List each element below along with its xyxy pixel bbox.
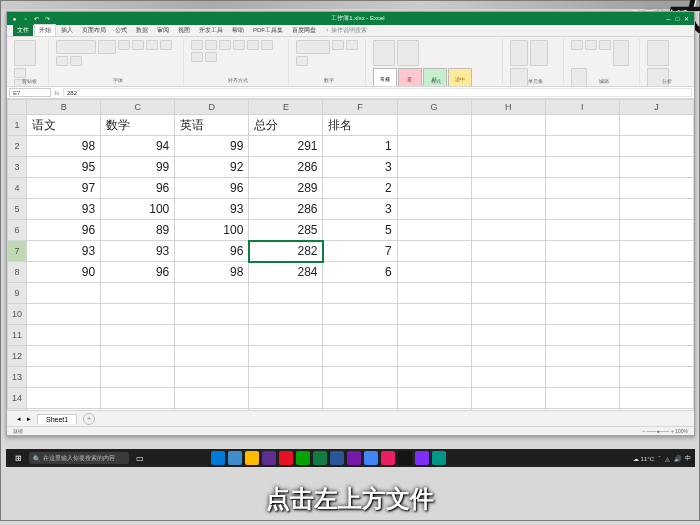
ime-icon[interactable]: 中 [685, 454, 691, 463]
cell-I7[interactable] [545, 241, 619, 262]
cell-F15[interactable] [323, 409, 397, 411]
cell-D6[interactable]: 100 [175, 220, 249, 241]
cell-J14[interactable] [619, 388, 693, 409]
cell-B3[interactable]: 95 [27, 157, 101, 178]
row-header-15[interactable]: 15 [8, 409, 27, 411]
cell-E4[interactable]: 289 [249, 178, 323, 199]
cell-I1[interactable] [545, 115, 619, 136]
cell-E7[interactable]: 282 [249, 241, 323, 262]
taskbar-app-2[interactable] [245, 451, 259, 465]
col-header-G[interactable]: G [397, 100, 471, 115]
cell-J7[interactable] [619, 241, 693, 262]
taskbar-app-6[interactable] [313, 451, 327, 465]
insert-cell-icon[interactable] [510, 40, 528, 66]
cell-F13[interactable] [323, 367, 397, 388]
row-header-14[interactable]: 14 [8, 388, 27, 409]
font-color-icon[interactable] [70, 56, 82, 66]
paste-icon[interactable] [14, 40, 36, 66]
cell-G3[interactable] [397, 157, 471, 178]
cell-I2[interactable] [545, 136, 619, 157]
cell-F8[interactable]: 6 [323, 262, 397, 283]
tab-layout[interactable]: 页面布局 [78, 25, 110, 36]
row-header-6[interactable]: 6 [8, 220, 27, 241]
taskbar-app-1[interactable] [228, 451, 242, 465]
cell-H1[interactable] [471, 115, 545, 136]
cell-J1[interactable] [619, 115, 693, 136]
cell-I11[interactable] [545, 325, 619, 346]
cell-C15[interactable] [101, 409, 175, 411]
cell-C4[interactable]: 96 [101, 178, 175, 199]
cell-I10[interactable] [545, 304, 619, 325]
cell-D14[interactable] [175, 388, 249, 409]
cell-J2[interactable] [619, 136, 693, 157]
cell-I3[interactable] [545, 157, 619, 178]
cell-G8[interactable] [397, 262, 471, 283]
font-size-picker[interactable] [98, 40, 116, 54]
cell-G7[interactable] [397, 241, 471, 262]
cell-B9[interactable] [27, 283, 101, 304]
cell-H5[interactable] [471, 199, 545, 220]
cell-J3[interactable] [619, 157, 693, 178]
cell-I13[interactable] [545, 367, 619, 388]
cell-D1[interactable]: 英语 [175, 115, 249, 136]
taskbar-app-8[interactable] [347, 451, 361, 465]
taskbar-app-3[interactable] [262, 451, 276, 465]
select-all[interactable] [8, 100, 27, 115]
cell-H8[interactable] [471, 262, 545, 283]
add-sheet-icon[interactable]: + [83, 413, 95, 425]
cell-H11[interactable] [471, 325, 545, 346]
delete-cell-icon[interactable] [530, 40, 548, 66]
cell-C12[interactable] [101, 346, 175, 367]
cell-B4[interactable]: 97 [27, 178, 101, 199]
cell-F12[interactable] [323, 346, 397, 367]
undo-icon[interactable]: ↶ [33, 15, 40, 22]
cell-C13[interactable] [101, 367, 175, 388]
cell-G2[interactable] [397, 136, 471, 157]
cell-E8[interactable]: 284 [249, 262, 323, 283]
cell-G15[interactable] [397, 409, 471, 411]
cell-H2[interactable] [471, 136, 545, 157]
row-header-4[interactable]: 4 [8, 178, 27, 199]
start-icon[interactable]: ⊞ [10, 451, 26, 465]
cond-format-icon[interactable] [373, 40, 395, 66]
worksheet[interactable]: BCDEFGHIJ1语文数学英语总分排名29894992911395999228… [7, 99, 694, 410]
cell-I6[interactable] [545, 220, 619, 241]
align-mid-icon[interactable] [205, 40, 217, 50]
align-right-icon[interactable] [261, 40, 273, 50]
sheet-tab-active[interactable]: Sheet1 [37, 414, 77, 424]
cut-icon[interactable] [14, 68, 26, 78]
cell-J13[interactable] [619, 367, 693, 388]
volume-icon[interactable]: 🔊 [674, 455, 681, 462]
cell-B5[interactable]: 93 [27, 199, 101, 220]
cell-G1[interactable] [397, 115, 471, 136]
cell-J15[interactable] [619, 409, 693, 411]
fill-icon[interactable] [585, 40, 597, 50]
zoom-slider[interactable]: – ——●—— + 100% [642, 428, 688, 434]
cell-E14[interactable] [249, 388, 323, 409]
cell-I5[interactable] [545, 199, 619, 220]
taskbar-app-13[interactable] [432, 451, 446, 465]
cell-E13[interactable] [249, 367, 323, 388]
cell-E2[interactable]: 291 [249, 136, 323, 157]
row-header-13[interactable]: 13 [8, 367, 27, 388]
cell-G11[interactable] [397, 325, 471, 346]
cell-E1[interactable]: 总分 [249, 115, 323, 136]
cell-I9[interactable] [545, 283, 619, 304]
cell-C1[interactable]: 数学 [101, 115, 175, 136]
cell-E3[interactable]: 286 [249, 157, 323, 178]
cell-J4[interactable] [619, 178, 693, 199]
network-icon[interactable]: ◬ [665, 455, 670, 462]
row-header-8[interactable]: 8 [8, 262, 27, 283]
tab-baidu[interactable]: 百度网盘 [288, 25, 320, 36]
cell-D2[interactable]: 99 [175, 136, 249, 157]
cell-D5[interactable]: 93 [175, 199, 249, 220]
cell-J8[interactable] [619, 262, 693, 283]
cell-B12[interactable] [27, 346, 101, 367]
cell-D11[interactable] [175, 325, 249, 346]
tab-data[interactable]: 数据 [132, 25, 152, 36]
border-icon[interactable] [160, 40, 172, 50]
cell-F4[interactable]: 2 [323, 178, 397, 199]
taskbar-app-0[interactable] [211, 451, 225, 465]
cell-F1[interactable]: 排名 [323, 115, 397, 136]
taskbar-app-10[interactable] [381, 451, 395, 465]
